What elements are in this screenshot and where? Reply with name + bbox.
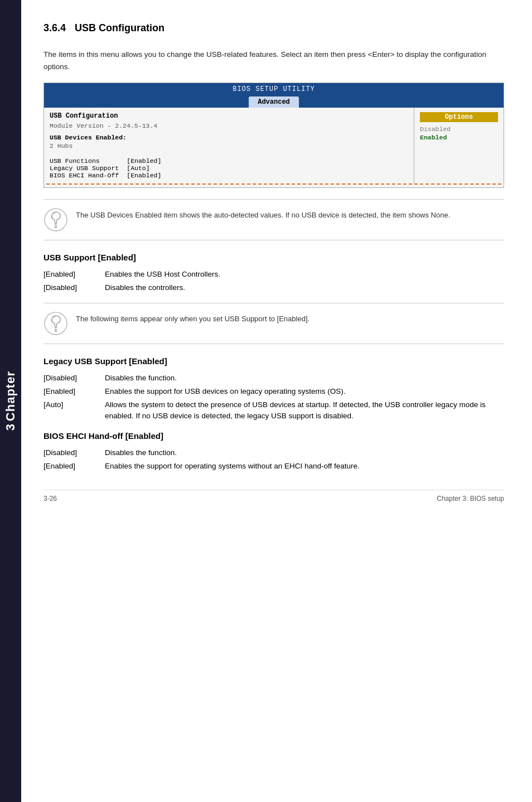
table-row: [Enabled] Enables the support for operat… <box>43 460 504 473</box>
bios-tab-advanced[interactable]: Advanced <box>249 96 299 108</box>
row-bios-ehci-label: BIOS EHCI Hand-Off <box>50 172 119 179</box>
bios-tab-row: Advanced <box>44 95 504 108</box>
bios-left-panel: USB Configuration Module Version - 2.24.… <box>44 108 414 183</box>
subsection-usb-support: USB Support [Enabled] [Enabled] Enables … <box>43 253 504 295</box>
legacy-disabled-value: Disables the function. <box>105 371 504 385</box>
chapter-tab: Chapter 3 <box>0 0 21 802</box>
footer-page-number: 3-26 <box>43 495 57 503</box>
option-enabled[interactable]: Enabled <box>420 134 498 141</box>
note-icon-1 <box>43 207 68 232</box>
bios-header: BIOS SETUP UTILITY <box>44 83 504 95</box>
intro-paragraph: The items in this menu allows you to cha… <box>43 49 504 73</box>
chapter-num: 3 <box>3 423 18 431</box>
ehci-disabled-key: [Disabled] <box>43 446 105 460</box>
row-usb-functions-value: [Enabled] <box>127 157 161 165</box>
bios-ehci-table: [Disabled] Disables the function. [Enabl… <box>43 446 504 474</box>
note-box-1: The USB Devices Enabled item shows the a… <box>43 199 504 240</box>
section-title: USB Configuration <box>75 22 165 34</box>
table-row: [Enabled] Enables the USB Host Controlle… <box>43 268 504 281</box>
ehci-enabled-value: Enables the support for operating system… <box>105 460 504 473</box>
table-row: [Disabled] Disables the function. <box>43 446 504 460</box>
bios-right-panel: Options Disabled Enabled <box>414 108 504 183</box>
legacy-auto-key: [Auto] <box>43 398 105 423</box>
chapter-label: Chapter <box>3 371 18 421</box>
table-row: [Enabled] Enables the support for USB de… <box>43 385 504 398</box>
note-box-2: The following items appear only when you… <box>43 303 504 344</box>
ehci-disabled-value: Disables the function. <box>105 446 504 460</box>
subsection-legacy-usb-title: Legacy USB Support [Enabled] <box>43 356 504 366</box>
subsection-bios-ehci: BIOS EHCI Hand-off [Enabled] [Disabled] … <box>43 431 504 474</box>
bios-settings-rows: USB Functions Legacy USB Support BIOS EH… <box>50 157 408 179</box>
legacy-enabled-value: Enables the support for USB devices on l… <box>105 385 504 398</box>
legacy-usb-table: [Disabled] Disables the function. [Enabl… <box>43 371 504 423</box>
row-bios-ehci-value: [Enabled] <box>127 172 161 179</box>
table-row: [Disabled] Disables the function. <box>43 371 504 385</box>
note-icon-2 <box>43 311 68 336</box>
bios-module-version: Module Version - 2.24.5-13.4 <box>50 122 408 129</box>
legacy-auto-value: Allows the system to detect the presence… <box>105 398 504 423</box>
table-row: [Auto] Allows the system to detect the p… <box>43 398 504 423</box>
option-disabled[interactable]: Disabled <box>420 125 498 133</box>
options-header: Options <box>420 112 498 122</box>
subsection-legacy-usb: Legacy USB Support [Enabled] [Disabled] … <box>43 356 504 423</box>
subsection-bios-ehci-title: BIOS EHCI Hand-off [Enabled] <box>43 431 504 441</box>
legacy-disabled-key: [Disabled] <box>43 371 105 385</box>
table-row: [Disabled] Disables the controllers. <box>43 281 504 294</box>
bios-config-title: USB Configuration <box>50 112 408 120</box>
note-text-2: The following items appear only when you… <box>76 311 309 325</box>
bios-devices-label: USB Devices Enabled: <box>50 134 408 141</box>
subsection-usb-support-title: USB Support [Enabled] <box>43 253 504 262</box>
usb-support-table: [Enabled] Enables the USB Host Controlle… <box>43 268 504 295</box>
note-text-1: The USB Devices Enabled item shows the a… <box>76 207 450 221</box>
section-number: 3.6.4 <box>43 22 66 34</box>
row-usb-functions-label: USB Functions <box>50 157 119 165</box>
usb-support-disabled-value: Disables the controllers. <box>105 281 504 294</box>
usb-support-enabled-key: [Enabled] <box>43 268 105 281</box>
legacy-enabled-key: [Enabled] <box>43 385 105 398</box>
page-footer: 3-26 Chapter 3: BIOS setup <box>43 490 504 503</box>
bios-ui-box: BIOS SETUP UTILITY Advanced USB Configur… <box>43 83 504 188</box>
usb-support-enabled-value: Enables the USB Host Controllers. <box>105 268 504 281</box>
row-legacy-usb-label: Legacy USB Support <box>50 165 119 172</box>
ehci-enabled-key: [Enabled] <box>43 460 105 473</box>
usb-support-disabled-key: [Disabled] <box>43 281 105 294</box>
row-legacy-usb-value: [Auto] <box>127 165 161 172</box>
bios-devices-value: 2 Hubs <box>50 142 408 149</box>
footer-chapter-label: Chapter 3: BIOS setup <box>437 495 504 503</box>
